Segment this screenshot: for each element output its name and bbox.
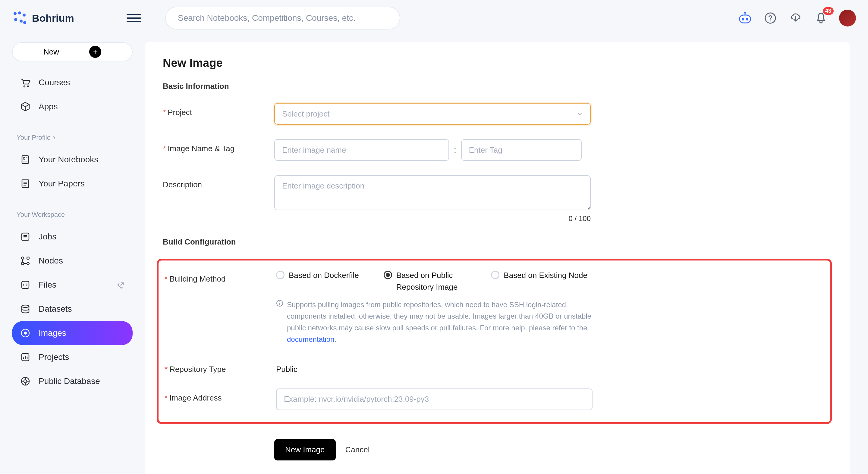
svg-rect-21: [22, 281, 29, 289]
sidebar-item-label: Nodes: [38, 256, 63, 266]
svg-point-20: [27, 262, 29, 265]
image-address-label: *Image Address: [164, 388, 276, 403]
sidebar-item-images[interactable]: Images: [12, 321, 133, 345]
sidebar-item-papers[interactable]: Your Papers: [12, 172, 133, 196]
profile-section-label[interactable]: Your Profile ›: [12, 128, 133, 147]
cancel-button[interactable]: Cancel: [345, 445, 370, 454]
char-count: 0 / 100: [274, 214, 591, 223]
svg-point-7: [742, 18, 744, 21]
documentation-link[interactable]: documentation: [287, 335, 334, 343]
paper-icon: [19, 178, 31, 190]
brand-logo[interactable]: [12, 10, 27, 26]
cube-icon: [19, 101, 31, 113]
workspace-section-label: Your Workspace: [12, 205, 133, 225]
sidebar-item-label: Courses: [38, 78, 70, 87]
files-icon: [19, 279, 31, 291]
radio-dockerfile[interactable]: Based on Dockerfile: [276, 270, 378, 293]
colon-separator: :: [454, 145, 456, 155]
notifications-badge: 43: [823, 7, 834, 15]
share-icon[interactable]: [117, 281, 125, 289]
search-input[interactable]: [165, 7, 400, 30]
new-button-label: New: [43, 47, 59, 57]
svg-point-2: [23, 13, 26, 16]
bot-icon[interactable]: [738, 11, 752, 25]
sidebar-item-label: Datasets: [38, 304, 72, 314]
jobs-icon: [19, 231, 31, 243]
sidebar-item-label: Files: [38, 280, 56, 290]
svg-point-24: [24, 332, 27, 335]
svg-point-27: [24, 380, 27, 383]
repo-type-value: Public: [276, 360, 592, 374]
radio-public-repo[interactable]: Based on Public Repository Image: [384, 270, 485, 293]
sidebar-item-courses[interactable]: Courses: [12, 70, 133, 95]
notebook-icon: [19, 154, 31, 166]
sidebar-item-label: Public Database: [38, 376, 100, 386]
sidebar-item-notebooks[interactable]: Your Notebooks: [12, 147, 133, 172]
sidebar-item-label: Projects: [38, 352, 69, 362]
radio-icon: [276, 271, 284, 279]
description-textarea[interactable]: [274, 175, 591, 210]
submit-button[interactable]: New Image: [274, 439, 336, 461]
brand-name[interactable]: Bohrium: [32, 12, 74, 24]
building-method-label: *Building Method: [164, 270, 276, 284]
highlighted-region: *Building Method Based on Dockerfile Bas…: [157, 259, 832, 424]
sidebar-item-datasets[interactable]: Datasets: [12, 297, 133, 321]
sidebar-item-label: Your Notebooks: [38, 155, 98, 164]
radio-icon: [384, 271, 392, 279]
basic-section-title: Basic Information: [163, 81, 832, 91]
sidebar-item-nodes[interactable]: Nodes: [12, 249, 133, 273]
svg-point-14: [23, 158, 25, 159]
notifications-icon[interactable]: 43: [814, 11, 828, 25]
download-icon[interactable]: [788, 11, 803, 25]
sidebar-item-label: Images: [38, 328, 66, 338]
svg-point-10: [744, 12, 746, 13]
help-icon[interactable]: ?: [763, 11, 778, 25]
sidebar-item-projects[interactable]: Projects: [12, 345, 133, 369]
nodes-icon: [19, 255, 31, 267]
repo-type-label: *Repository Type: [164, 360, 276, 374]
image-name-input[interactable]: [274, 139, 449, 161]
info-icon: [276, 300, 283, 345]
svg-text:?: ?: [768, 14, 773, 22]
radio-icon: [491, 271, 499, 279]
svg-point-18: [27, 257, 29, 259]
image-address-input[interactable]: [276, 388, 592, 410]
sidebar-item-label: Your Papers: [38, 179, 85, 189]
sidebar-item-label: Jobs: [38, 232, 56, 241]
images-icon: [19, 327, 31, 339]
svg-point-22: [22, 305, 29, 307]
project-select[interactable]: Select project: [274, 103, 591, 125]
svg-point-19: [22, 262, 24, 265]
sidebar-item-public-database[interactable]: Public Database: [12, 369, 133, 393]
svg-point-0: [13, 12, 17, 15]
sidebar-item-files[interactable]: Files: [12, 273, 133, 297]
page-title: New Image: [163, 57, 832, 70]
project-label: *Project: [163, 103, 274, 117]
cart-icon: [19, 76, 31, 89]
build-section-title: Build Configuration: [163, 237, 832, 247]
sidebar-item-jobs[interactable]: Jobs: [12, 225, 133, 249]
radio-existing-node[interactable]: Based on Existing Node: [491, 270, 592, 293]
svg-point-1: [18, 11, 21, 14]
svg-rect-13: [22, 156, 29, 164]
name-tag-label: *Image Name & Tag: [163, 139, 274, 153]
datasets-icon: [19, 303, 31, 315]
tag-input[interactable]: [461, 139, 582, 161]
svg-point-4: [20, 20, 23, 23]
database-icon: [19, 375, 31, 387]
info-text: Supports pulling images from public repo…: [287, 299, 592, 345]
new-button[interactable]: New +: [12, 42, 133, 61]
chevron-right-icon: ›: [53, 134, 55, 141]
menu-toggle-icon[interactable]: [127, 11, 141, 25]
chevron-down-icon: [577, 111, 583, 117]
sidebar: New + Courses Apps Your Profile › Your N…: [0, 0, 145, 474]
svg-rect-6: [740, 15, 750, 23]
svg-point-3: [14, 18, 17, 21]
svg-point-17: [22, 257, 24, 259]
avatar[interactable]: [839, 10, 856, 27]
sidebar-item-apps[interactable]: Apps: [12, 95, 133, 118]
svg-point-8: [746, 18, 748, 21]
svg-point-5: [23, 21, 26, 24]
sidebar-item-label: Apps: [38, 102, 58, 111]
plus-icon: +: [89, 46, 101, 58]
